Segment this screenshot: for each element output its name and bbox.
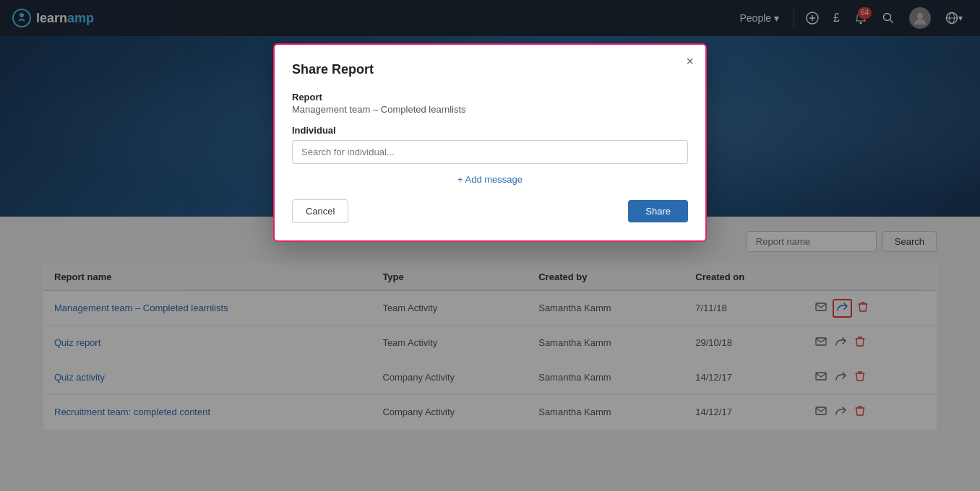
cancel-button[interactable]: Cancel <box>292 199 348 223</box>
modal-overlay: Share Report × Report Management team – … <box>0 0 980 491</box>
add-message-link[interactable]: + Add message <box>292 174 688 185</box>
modal-footer: Cancel Share <box>292 199 688 223</box>
individual-search-input[interactable] <box>292 140 688 164</box>
report-field-label: Report <box>292 92 688 103</box>
share-report-modal: Share Report × Report Management team – … <box>273 43 707 242</box>
individual-label: Individual <box>292 125 688 136</box>
report-field-value: Management team – Completed learnlists <box>292 104 688 115</box>
individual-field-group: Individual <box>292 125 688 164</box>
modal-close-button[interactable]: × <box>686 55 694 68</box>
modal-title: Share Report <box>292 62 688 77</box>
share-button[interactable]: Share <box>628 200 688 222</box>
